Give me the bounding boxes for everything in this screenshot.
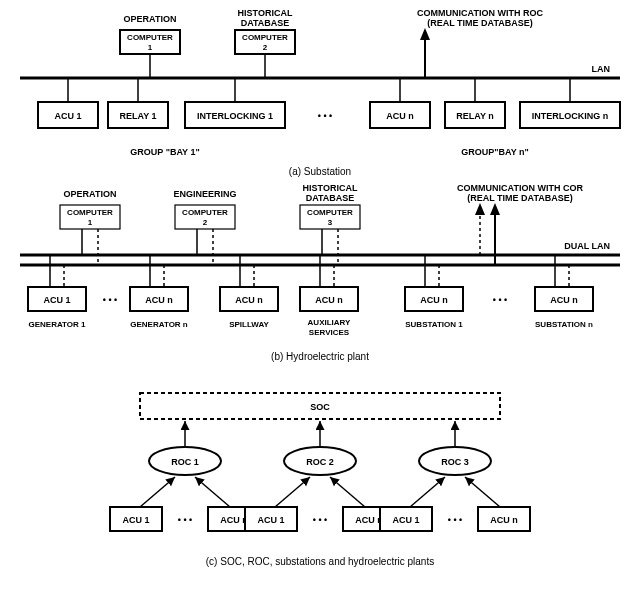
dual-lan-label: DUAL LAN <box>564 241 610 251</box>
svg-line-66 <box>410 477 445 507</box>
svg-text:ACU 1: ACU 1 <box>392 515 419 525</box>
svg-text:• • •: • • • <box>448 515 462 525</box>
comm-label-2: (REAL TIME DATABASE) <box>427 18 533 28</box>
svg-text:SUBSTATION n: SUBSTATION n <box>535 320 593 329</box>
caption-a: (a) Substation <box>289 166 351 177</box>
svg-text:2: 2 <box>203 218 208 227</box>
caption-b: (b) Hydroelectric plant <box>271 351 369 362</box>
computer-2-l1: COMPUTER <box>242 33 288 42</box>
substation-diagram: OPERATION HISTORICAL DATABASE COMMUNICAT… <box>10 10 630 185</box>
svg-text:ROC 2: ROC 2 <box>306 457 334 467</box>
arrow-up-icon <box>420 28 430 40</box>
svg-text:• • •: • • • <box>178 515 192 525</box>
historical-label-2: DATABASE <box>241 18 290 28</box>
svg-text:ACU n: ACU n <box>490 515 518 525</box>
svg-text:ACU 1: ACU 1 <box>122 515 149 525</box>
svg-text:COMPUTER: COMPUTER <box>307 208 353 217</box>
computer-1-l1: COMPUTER <box>127 33 173 42</box>
svg-text:ACU n: ACU n <box>355 515 383 525</box>
comm-b-1: COMMUNICATION WITH COR <box>457 185 583 193</box>
acu-n-label: ACU n <box>386 111 414 121</box>
operation-label-b: OPERATION <box>64 189 117 199</box>
svg-text:ACU n: ACU n <box>145 295 173 305</box>
acu-1-label: ACU 1 <box>54 111 81 121</box>
interlocking-1-label: INTERLOCKING 1 <box>197 111 273 121</box>
relay-n-label: RELAY n <box>456 111 494 121</box>
computer-2-l2: 2 <box>263 43 268 52</box>
arrow-up-icon-b1 <box>475 203 485 215</box>
svg-line-56 <box>140 477 175 507</box>
svg-text:SUBSTATION 1: SUBSTATION 1 <box>405 320 463 329</box>
svg-text:GENERATOR n: GENERATOR n <box>130 320 188 329</box>
svg-text:ROC 1: ROC 1 <box>171 457 199 467</box>
svg-text:SPILLWAY: SPILLWAY <box>229 320 269 329</box>
svg-text:ACU n: ACU n <box>550 295 578 305</box>
caption-c: (c) SOC, ROC, substations and hydroelect… <box>206 556 434 567</box>
svg-text:ROC 3: ROC 3 <box>441 457 469 467</box>
historical-label-1: HISTORICAL <box>238 10 293 18</box>
comm-b-2: (REAL TIME DATABASE) <box>467 193 573 203</box>
svg-text:• • •: • • • <box>103 295 117 305</box>
svg-line-62 <box>330 477 365 507</box>
svg-text:ACU n: ACU n <box>315 295 343 305</box>
interlocking-n-label: INTERLOCKING n <box>532 111 609 121</box>
operation-label: OPERATION <box>124 14 177 24</box>
arrow-up-icon-b2 <box>490 203 500 215</box>
svg-line-57 <box>195 477 230 507</box>
comm-label-1: COMMUNICATION WITH ROC <box>417 10 543 18</box>
svg-text:ACU n: ACU n <box>235 295 263 305</box>
svg-text:• • •: • • • <box>313 515 327 525</box>
dots-a: • • • <box>318 111 332 121</box>
soc-label: SOC <box>310 402 330 412</box>
svg-text:ACU 1: ACU 1 <box>43 295 70 305</box>
svg-text:AUXILIARY: AUXILIARY <box>308 318 351 327</box>
svg-text:1: 1 <box>88 218 93 227</box>
lan-label: LAN <box>592 64 611 74</box>
svg-text:COMPUTER: COMPUTER <box>182 208 228 217</box>
soc-roc-diagram: SOC ROC 1 ROC 2 ROC 3 ACU 1 • • • ACU n … <box>10 385 630 580</box>
hydroelectric-diagram: OPERATION ENGINEERING HISTORICAL DATABAS… <box>10 185 630 385</box>
bay-n-label: GROUP"BAY n" <box>461 147 529 157</box>
svg-text:• • •: • • • <box>493 295 507 305</box>
svg-text:ACU n: ACU n <box>220 515 248 525</box>
svg-text:SERVICES: SERVICES <box>309 328 350 337</box>
svg-text:GENERATOR 1: GENERATOR 1 <box>28 320 86 329</box>
relay-1-label: RELAY 1 <box>119 111 156 121</box>
svg-text:3: 3 <box>328 218 333 227</box>
svg-text:ACU 1: ACU 1 <box>257 515 284 525</box>
svg-line-67 <box>465 477 500 507</box>
engineering-label: ENGINEERING <box>173 189 236 199</box>
historical-b-1: HISTORICAL <box>303 185 358 193</box>
computer-1-l2: 1 <box>148 43 153 52</box>
svg-line-61 <box>275 477 310 507</box>
bay-1-label: GROUP "BAY 1" <box>130 147 199 157</box>
svg-text:ACU n: ACU n <box>420 295 448 305</box>
svg-text:COMPUTER: COMPUTER <box>67 208 113 217</box>
historical-b-2: DATABASE <box>306 193 355 203</box>
